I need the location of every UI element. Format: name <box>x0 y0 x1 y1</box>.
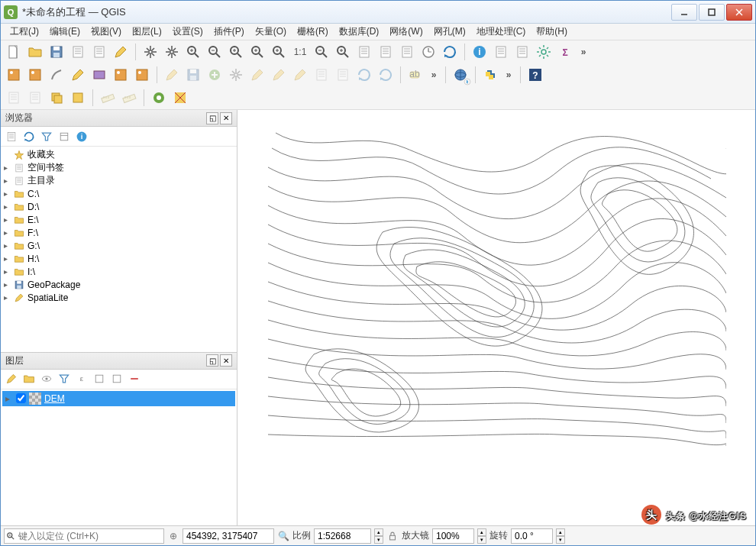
add-virtual-layer-button[interactable] <box>111 65 131 85</box>
menu-mesh[interactable]: 网孔(M) <box>429 24 470 40</box>
open-attr-table-button[interactable] <box>491 42 511 62</box>
new-bookmark-button[interactable] <box>376 42 396 62</box>
show-layout-manager-button[interactable] <box>89 42 109 62</box>
add-mesh-layer-button[interactable] <box>132 65 152 85</box>
rotation-input[interactable] <box>511 528 553 544</box>
toolbar-overflow-1[interactable]: » <box>577 47 590 57</box>
mag-up[interactable]: ▴ <box>477 528 486 536</box>
help-button[interactable] <box>525 65 545 85</box>
pan-to-selection-button[interactable] <box>162 42 182 62</box>
close-button[interactable] <box>726 4 752 21</box>
open-project-button[interactable] <box>25 42 45 62</box>
browser-item[interactable]: ▸主目录 <box>2 174 235 187</box>
browser-item[interactable]: ▸H:\ <box>2 252 235 265</box>
temporal-controller-button[interactable] <box>418 42 438 62</box>
scale-down[interactable]: ▾ <box>374 536 383 544</box>
layers-collapse-button[interactable] <box>109 371 124 386</box>
style-manager-button[interactable] <box>111 42 131 62</box>
layer-visibility-checkbox[interactable] <box>16 393 26 403</box>
menu-settings[interactable]: 设置(S) <box>168 24 208 40</box>
layers-style-button[interactable] <box>4 371 19 386</box>
layers-add-group-button[interactable] <box>21 371 37 386</box>
scale-up[interactable]: ▴ <box>374 528 383 536</box>
browser-item[interactable]: ▸GeoPackage <box>2 278 235 291</box>
browser-properties-button[interactable] <box>74 129 89 144</box>
browser-undock-button[interactable]: ◱ <box>206 112 218 124</box>
add-raster-layer-button[interactable] <box>25 65 45 85</box>
zoom-last-button[interactable] <box>312 42 331 62</box>
browser-tree[interactable]: 收藏夹▸空间书签▸主目录▸C:\▸D:\▸E:\▸F:\▸G:\▸H:\▸I:\… <box>1 147 237 352</box>
rot-down[interactable]: ▾ <box>556 536 565 544</box>
new-print-layout-button[interactable] <box>68 42 88 62</box>
deselect-all-button[interactable] <box>47 88 66 108</box>
layers-filter-button[interactable] <box>57 371 72 386</box>
browser-item[interactable]: 收藏夹 <box>2 148 235 161</box>
browser-collapse-button[interactable] <box>57 129 72 144</box>
stats-button[interactable] <box>555 42 575 62</box>
layers-close-button[interactable]: ✕ <box>220 354 232 367</box>
zoom-in-button[interactable] <box>183 42 203 62</box>
menu-view[interactable]: 视图(V) <box>86 24 126 40</box>
browser-item[interactable]: ▸E:\ <box>2 213 235 226</box>
show-bookmarks-button[interactable] <box>397 42 417 62</box>
menu-vector[interactable]: 矢量(O) <box>250 24 291 40</box>
menu-edit[interactable]: 编辑(E) <box>45 24 85 40</box>
browser-item[interactable]: ▸SpatiaLite <box>2 291 235 304</box>
browser-item[interactable]: ▸空间书签 <box>2 161 235 174</box>
browser-close-button[interactable]: ✕ <box>220 112 232 124</box>
rot-up[interactable]: ▴ <box>556 528 565 536</box>
scale-input[interactable] <box>314 528 371 544</box>
menu-plugins[interactable]: 插件(P) <box>209 24 249 40</box>
browser-item[interactable]: ▸F:\ <box>2 226 235 239</box>
layers-remove-button[interactable] <box>127 371 142 386</box>
browser-filter-button[interactable] <box>39 129 54 144</box>
save-project-button[interactable] <box>47 42 66 62</box>
field-calculator-button[interactable] <box>512 42 532 62</box>
zoom-layer-button[interactable] <box>269 42 289 62</box>
coord-capture-button[interactable] <box>149 88 169 108</box>
browser-item[interactable]: ▸I:\ <box>2 265 235 278</box>
zoom-full-button[interactable] <box>226 42 246 62</box>
refresh-button[interactable] <box>440 42 460 62</box>
layers-tree[interactable]: ▸DEM <box>1 389 237 525</box>
lock-icon[interactable] <box>386 531 399 541</box>
new-project-button[interactable] <box>4 42 24 62</box>
menu-processing[interactable]: 地理处理(C) <box>472 24 531 40</box>
toolbox-button[interactable] <box>534 42 554 62</box>
python-console-button[interactable] <box>480 65 500 85</box>
layers-visibility-button[interactable] <box>39 371 54 386</box>
add-vector-layer-button[interactable] <box>4 65 24 85</box>
menu-web[interactable]: 网络(W) <box>385 24 427 40</box>
maximize-button[interactable] <box>699 4 725 21</box>
invert-selection-button[interactable] <box>68 88 88 108</box>
zoom-out-button[interactable] <box>205 42 225 62</box>
new-geopackage-button[interactable] <box>68 65 88 85</box>
zoom-selection-button[interactable] <box>247 42 267 62</box>
coordinate-input[interactable] <box>183 528 274 544</box>
browser-add-button[interactable] <box>4 129 19 144</box>
mag-down[interactable]: ▾ <box>477 536 486 544</box>
layers-expand-button[interactable] <box>92 371 107 386</box>
locator-input[interactable] <box>17 529 163 543</box>
menu-layer[interactable]: 图层(L) <box>128 24 166 40</box>
layers-undock-button[interactable]: ◱ <box>206 354 218 367</box>
locator-search[interactable] <box>4 528 164 544</box>
new-map-view-button[interactable] <box>354 42 374 62</box>
menu-raster[interactable]: 栅格(R) <box>292 24 333 40</box>
new-shapefile-button[interactable] <box>47 65 66 85</box>
toolbar-overflow-2[interactable]: » <box>427 69 441 80</box>
minimize-button[interactable] <box>671 4 697 21</box>
layers-expression-button[interactable]: ε <box>74 371 89 386</box>
menu-project[interactable]: 工程(J) <box>5 24 44 40</box>
layer-item[interactable]: ▸DEM <box>2 391 235 406</box>
add-delimited-text-button[interactable] <box>89 65 109 85</box>
magnifier-input[interactable] <box>432 528 474 544</box>
browser-item[interactable]: ▸D:\ <box>2 200 235 213</box>
browser-item[interactable]: ▸G:\ <box>2 239 235 252</box>
pan-button[interactable] <box>141 42 160 62</box>
menu-database[interactable]: 数据库(D) <box>334 24 384 40</box>
menu-help[interactable]: 帮助(H) <box>531 24 572 40</box>
zoom-next-button[interactable] <box>333 42 353 62</box>
identify-button[interactable] <box>470 42 489 62</box>
metasearch-button[interactable] <box>451 65 470 85</box>
